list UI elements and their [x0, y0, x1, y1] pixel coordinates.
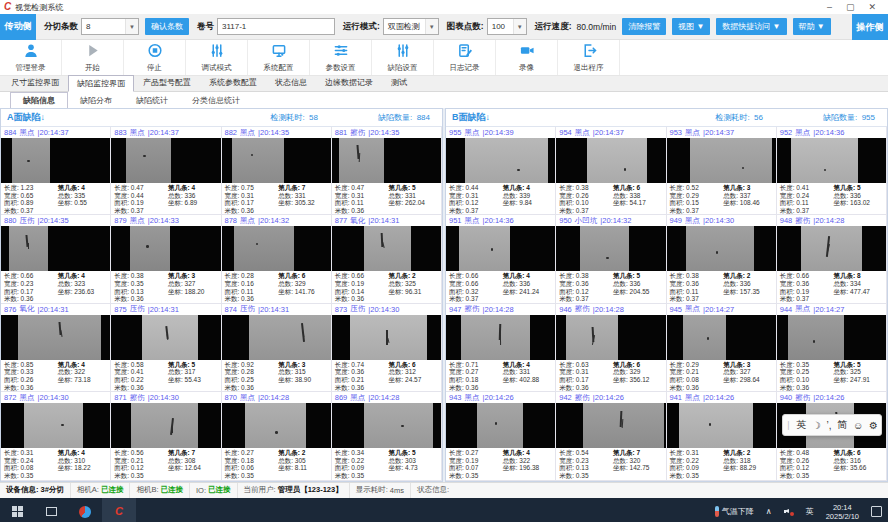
defect-image[interactable]: [332, 403, 441, 448]
defect-image[interactable]: [222, 226, 331, 271]
slit-count-select[interactable]: 8▼: [81, 18, 139, 35]
defect-cell-870[interactable]: 870黑点|20:14:28 长度: 0.27 宽度: 0.18 面积: 0.0…: [222, 392, 332, 480]
task-view-button[interactable]: [34, 498, 68, 522]
drive-side-button[interactable]: 传动侧: [0, 14, 36, 40]
roll-number-input[interactable]: 3117-1: [217, 18, 335, 35]
defect-image[interactable]: [446, 226, 555, 271]
action-play-button[interactable]: 开始: [62, 40, 124, 75]
ime-language-button[interactable]: 英: [800, 498, 820, 522]
defect-cell-874[interactable]: 874压伤|20:14:31 长度: 0.92 宽度: 0.28 面积: 0.2…: [222, 304, 332, 392]
action-user-button[interactable]: 管理登录: [0, 40, 62, 75]
defect-cell-880[interactable]: 880压伤|20:14:35 长度: 0.66 宽度: 0.23 面积: 0.1…: [1, 215, 111, 303]
ime-settings-icon[interactable]: ⚙: [869, 420, 878, 431]
defect-cell-952[interactable]: 952黑点|20:14:36 长度: 0.41 宽度: 0.24 面积: 0.1…: [777, 127, 887, 215]
defect-image[interactable]: [332, 315, 441, 360]
defect-cell-947[interactable]: 947擦伤|20:14:28 长度: 0.71 宽度: 0.27 面积: 0.1…: [446, 304, 556, 392]
clear-alarm-button[interactable]: 清除报警: [622, 18, 666, 35]
chart-points-select[interactable]: 100▼: [487, 18, 527, 35]
defect-cell-882[interactable]: 882黑点|20:14:35 长度: 0.75 宽度: 0.31 面积: 0.1…: [222, 127, 332, 215]
action-debug-button[interactable]: 调试模式: [186, 40, 248, 75]
tab-尺寸监控界面[interactable]: 尺寸监控界面: [2, 74, 68, 91]
defect-cell-940[interactable]: 940擦伤|20:14:26 长度: 0.48 宽度: 0.26 面积: 0.1…: [777, 392, 887, 480]
action-exit-button[interactable]: 退出程序: [558, 40, 620, 75]
defect-cell-954[interactable]: 954黑点|20:14:37 长度: 0.38 宽度: 0.26 面积: 0.1…: [556, 127, 666, 215]
ime-toolbar[interactable]: ∣英☽’,简☺⚙: [782, 414, 882, 436]
defect-image[interactable]: [1, 403, 110, 448]
run-mode-select[interactable]: 双面检测▼: [383, 18, 439, 35]
subtab-缺陷信息[interactable]: 缺陷信息: [10, 92, 68, 109]
defect-cell-871[interactable]: 871擦伤|20:14:30 长度: 0.56 宽度: 0.21 面积: 0.1…: [111, 392, 221, 480]
defect-cell-878[interactable]: 878黑点|20:14:32 长度: 0.28 宽度: 0.16 面积: 0.1…: [222, 215, 332, 303]
defect-image[interactable]: [667, 138, 776, 183]
quick-access-menu-button[interactable]: 数据快捷访问 ▼: [716, 18, 786, 35]
defect-cell-945[interactable]: 945黑点|20:14:27 长度: 0.29 宽度: 0.21 面积: 0.0…: [667, 304, 777, 392]
defect-image[interactable]: [446, 315, 555, 360]
subtab-分类信息统计[interactable]: 分类信息统计: [180, 93, 252, 108]
defect-cell-955[interactable]: 955黑点|20:14:39 长度: 0.44 宽度: 0.31 面积: 0.1…: [446, 127, 556, 215]
tab-缺陷监控界面[interactable]: 缺陷监控界面: [68, 75, 134, 92]
defect-cell-943[interactable]: 943黑点|20:14:26 长度: 0.27 宽度: 0.19 面积: 0.0…: [446, 392, 556, 480]
defect-image[interactable]: [777, 226, 886, 271]
confirm-count-button[interactable]: 确认条数: [145, 18, 189, 35]
defect-cell-872[interactable]: 872黑点|20:14:30 长度: 0.31 宽度: 0.24 面积: 0.0…: [1, 392, 111, 480]
defect-image[interactable]: [222, 403, 331, 448]
defect-cell-942[interactable]: 942擦伤|20:14:26 长度: 0.54 宽度: 0.23 面积: 0.1…: [556, 392, 666, 480]
defect-cell-949[interactable]: 949黑点|20:14:30 长度: 0.38 宽度: 0.36 面积: 0.1…: [667, 215, 777, 303]
defect-image[interactable]: [332, 138, 441, 183]
defect-image[interactable]: [1, 315, 110, 360]
defect-image[interactable]: [111, 226, 220, 271]
defect-image[interactable]: [556, 315, 665, 360]
defect-cell-876[interactable]: 876氧化|20:14:31 长度: 0.85 宽度: 0.33 面积: 0.2…: [1, 304, 111, 392]
defect-image[interactable]: [667, 403, 776, 448]
defect-image[interactable]: [556, 138, 665, 183]
defect-cell-877[interactable]: 877氧化|20:14:31 长度: 0.66 宽度: 0.19 面积: 0.1…: [332, 215, 442, 303]
ime-punct-icon[interactable]: ’,: [827, 420, 832, 431]
defect-image[interactable]: [111, 138, 220, 183]
ime-fullhalf-icon[interactable]: ☽: [812, 420, 821, 431]
defect-image[interactable]: [111, 315, 220, 360]
action-log-button[interactable]: 日志记录: [434, 40, 496, 75]
defect-cell-883[interactable]: 883黑点|20:14:37 长度: 0.47 宽度: 0.44 面积: 0.1…: [111, 127, 221, 215]
defect-cell-953[interactable]: 953黑点|20:14:37 长度: 0.52 宽度: 0.29 面积: 0.1…: [667, 127, 777, 215]
hidden-icons-button[interactable]: ∧: [760, 498, 778, 522]
defect-image[interactable]: [667, 315, 776, 360]
start-button[interactable]: [0, 498, 34, 522]
defect-image[interactable]: [222, 138, 331, 183]
defect-image[interactable]: [556, 226, 665, 271]
subtab-缺陷统计[interactable]: 缺陷统计: [124, 93, 180, 108]
defect-cell-948[interactable]: 948擦伤|20:14:28 长度: 0.66 宽度: 0.36 面积: 0.1…: [777, 215, 887, 303]
tab-边缘数据记录[interactable]: 边缘数据记录: [316, 74, 382, 91]
defect-image[interactable]: [111, 403, 220, 448]
defect-cell-950[interactable]: 950小凹坑|20:14:32 长度: 0.38 宽度: 0.36 面积: 0.…: [556, 215, 666, 303]
defect-image[interactable]: [446, 403, 555, 448]
clock-tray-item[interactable]: 20:14 2025/2/10: [820, 498, 865, 522]
action-camera-button[interactable]: 录像: [496, 40, 558, 75]
defect-cell-941[interactable]: 941黑点|20:14:26 长度: 0.31 宽度: 0.22 面积: 0.0…: [667, 392, 777, 480]
defect-cell-884[interactable]: 884黑点|20:14:37 长度: 1.23 宽度: 0.65 面积: 0.8…: [1, 127, 111, 215]
minimize-button[interactable]: –: [827, 0, 832, 14]
defect-image[interactable]: [1, 138, 110, 183]
defect-cell-881[interactable]: 881擦伤|20:14:35 长度: 0.47 宽度: 0.31 面积: 0.1…: [332, 127, 442, 215]
action-monitor-button[interactable]: 系统配置: [248, 40, 310, 75]
view-menu-button[interactable]: 视图 ▼: [672, 18, 710, 35]
defect-cell-951[interactable]: 951黑点|20:14:36 长度: 0.66 宽度: 0.66 面积: 0.3…: [446, 215, 556, 303]
tab-状态信息[interactable]: 状态信息: [266, 74, 316, 91]
browser-taskbar-button[interactable]: [68, 498, 102, 522]
defect-image[interactable]: [1, 226, 110, 271]
defect-cell-869[interactable]: 869黑点|20:14:28 长度: 0.34 宽度: 0.22 面积: 0.0…: [332, 392, 442, 480]
inspection-app-taskbar-button[interactable]: C: [102, 498, 136, 522]
panel-title[interactable]: A面缺陷↓: [7, 111, 45, 124]
ime-simplified-icon[interactable]: 简: [837, 418, 847, 432]
operator-side-button[interactable]: 操作侧: [852, 14, 888, 40]
weather-tray-item[interactable]: 气温下降: [709, 498, 760, 522]
defect-image[interactable]: [222, 315, 331, 360]
volume-button[interactable]: [778, 498, 800, 522]
defect-cell-879[interactable]: 879黑点|20:14:33 长度: 0.38 宽度: 0.35 面积: 0.1…: [111, 215, 221, 303]
defect-cell-946[interactable]: 946擦伤|20:14:28 长度: 0.63 宽度: 0.31 面积: 0.1…: [556, 304, 666, 392]
defect-image[interactable]: [446, 138, 555, 183]
tab-产品型号配置[interactable]: 产品型号配置: [134, 74, 200, 91]
action-stop-button[interactable]: 停止: [124, 40, 186, 75]
defect-cell-873[interactable]: 873压伤|20:14:30 长度: 0.74 宽度: 0.36 面积: 0.2…: [332, 304, 442, 392]
tab-测试[interactable]: 测试: [382, 74, 416, 91]
defect-cell-944[interactable]: 944黑点|20:14:27 长度: 0.35 宽度: 0.25 面积: 0.1…: [777, 304, 887, 392]
